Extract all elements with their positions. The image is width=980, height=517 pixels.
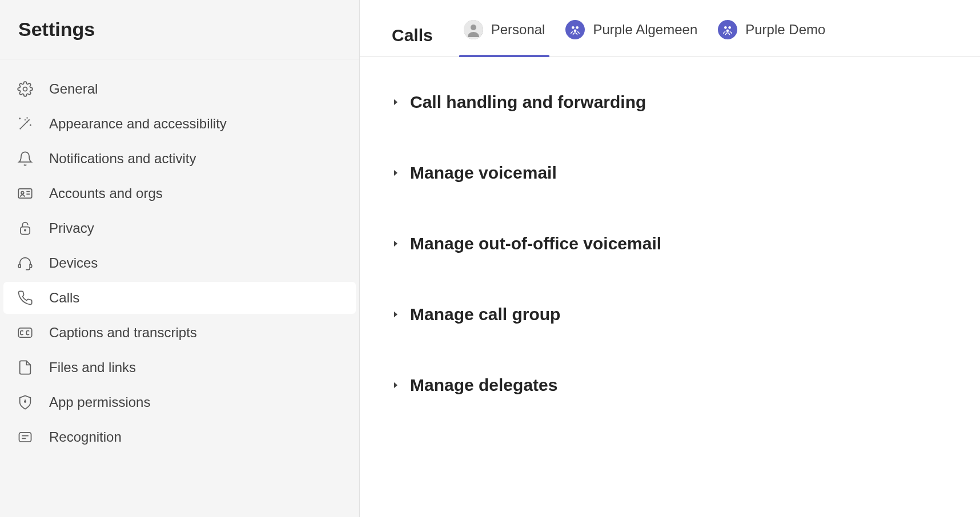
sidebar-item-label: Appearance and accessibility <box>49 116 227 132</box>
phone-icon <box>17 290 33 306</box>
sidebar-item-label: Devices <box>49 255 98 271</box>
shield-icon <box>17 394 33 410</box>
section-label: Manage voicemail <box>410 163 557 183</box>
svg-point-13 <box>576 26 579 29</box>
svg-point-0 <box>23 87 27 91</box>
cc-icon <box>17 325 33 341</box>
sidebar-item-label: General <box>49 81 98 97</box>
chevron-right-icon <box>392 310 400 318</box>
svg-point-17 <box>726 29 729 32</box>
text-icon <box>17 429 33 445</box>
sidebar-item-files[interactable]: Files and links <box>3 352 356 383</box>
sidebar-item-label: Accounts and orgs <box>49 185 163 201</box>
team-icon <box>718 20 737 39</box>
avatar <box>464 20 483 39</box>
sidebar-item-general[interactable]: General <box>3 73 356 105</box>
sidebar-item-label: App permissions <box>49 394 150 410</box>
id-card-icon <box>17 185 33 201</box>
svg-point-14 <box>574 29 577 32</box>
settings-sidebar: Settings General Appearance and accessib… <box>0 0 360 517</box>
sidebar-header: Settings <box>0 0 359 59</box>
tab-purple-algemeen[interactable]: Purple Algemeen <box>561 14 702 57</box>
svg-point-6 <box>25 229 26 231</box>
gear-icon <box>17 81 33 97</box>
file-icon <box>17 360 33 375</box>
sidebar-item-captions[interactable]: Captions and transcripts <box>3 317 356 349</box>
lock-icon <box>17 220 33 236</box>
sidebar-item-devices[interactable]: Devices <box>3 247 356 279</box>
wand-icon <box>17 116 33 132</box>
sidebar-item-label: Captions and transcripts <box>49 325 197 341</box>
tab-label: Purple Demo <box>745 22 825 38</box>
sidebar-item-label: Files and links <box>49 360 136 375</box>
svg-point-4 <box>21 192 24 195</box>
tab-label: Personal <box>491 22 545 38</box>
sidebar-item-privacy[interactable]: Privacy <box>3 212 356 244</box>
sidebar-nav: General Appearance and accessibility Not… <box>0 59 359 456</box>
tab-personal[interactable]: Personal <box>459 14 550 57</box>
svg-point-12 <box>572 26 575 29</box>
sidebar-item-label: Calls <box>49 290 79 306</box>
section-label: Manage delegates <box>410 375 557 395</box>
chevron-right-icon <box>392 240 400 248</box>
sidebar-item-label: Recognition <box>49 429 122 445</box>
section-manage-voicemail[interactable]: Manage voicemail <box>392 156 948 189</box>
chevron-right-icon <box>392 98 400 106</box>
headset-icon <box>17 255 33 271</box>
sidebar-item-label: Notifications and activity <box>49 151 196 167</box>
svg-point-8 <box>25 401 26 402</box>
sidebar-item-calls[interactable]: Calls <box>3 282 356 314</box>
section-label: Call handling and forwarding <box>410 92 646 112</box>
chevron-right-icon <box>392 169 400 177</box>
main-header: Calls Personal Purple Algemeen Purple De… <box>360 0 980 57</box>
sidebar-item-app-permissions[interactable]: App permissions <box>3 386 356 418</box>
sidebar-item-accounts[interactable]: Accounts and orgs <box>3 177 356 209</box>
main-title: Calls <box>392 26 433 45</box>
chevron-right-icon <box>392 381 400 389</box>
svg-rect-9 <box>19 433 31 442</box>
svg-point-15 <box>724 26 727 29</box>
section-manage-call-group[interactable]: Manage call group <box>392 298 948 331</box>
sidebar-item-recognition[interactable]: Recognition <box>3 421 356 453</box>
section-out-of-office-voicemail[interactable]: Manage out-of-office voicemail <box>392 227 948 260</box>
svg-point-16 <box>729 26 732 29</box>
section-manage-delegates[interactable]: Manage delegates <box>392 369 948 402</box>
section-label: Manage out-of-office voicemail <box>410 234 661 253</box>
sidebar-item-appearance[interactable]: Appearance and accessibility <box>3 108 356 140</box>
tab-purple-demo[interactable]: Purple Demo <box>713 14 830 57</box>
sidebar-item-notifications[interactable]: Notifications and activity <box>3 143 356 175</box>
svg-point-11 <box>471 25 476 30</box>
tab-label: Purple Algemeen <box>593 22 697 38</box>
svg-point-2 <box>30 125 31 126</box>
section-label: Manage call group <box>410 305 560 324</box>
svg-point-1 <box>19 118 20 119</box>
section-call-handling[interactable]: Call handling and forwarding <box>392 86 948 119</box>
team-icon <box>565 20 585 39</box>
content-area: Call handling and forwarding Manage voic… <box>360 57 980 468</box>
page-title: Settings <box>18 18 359 41</box>
main-content: Calls Personal Purple Algemeen Purple De… <box>360 0 980 517</box>
bell-icon <box>17 151 33 167</box>
sidebar-item-label: Privacy <box>49 220 94 236</box>
